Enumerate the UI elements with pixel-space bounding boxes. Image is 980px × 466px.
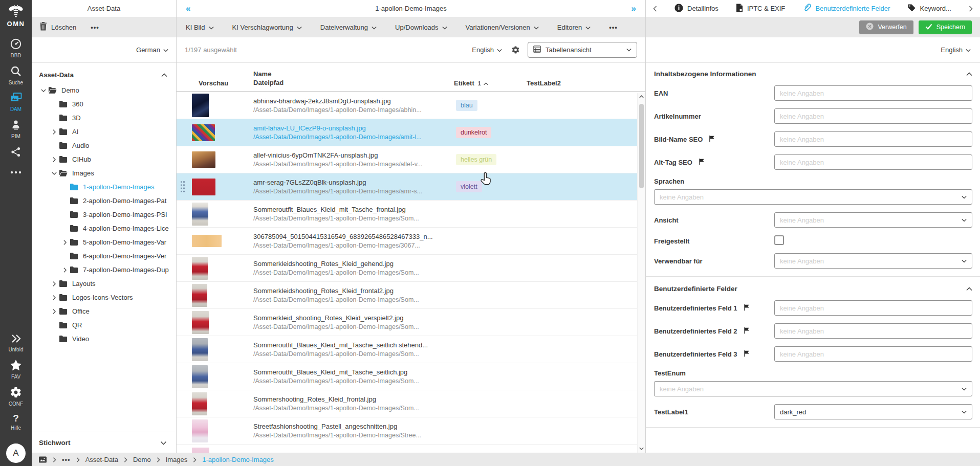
- tree-root[interactable]: Asset-Data: [32, 67, 176, 82]
- chevron-right-icon[interactable]: [50, 281, 59, 286]
- file-name[interactable]: 306785094_501504415316549_68392654865284…: [253, 233, 454, 240]
- rail-item-pim[interactable]: PIM: [10, 119, 22, 139]
- thumbnail[interactable]: [192, 124, 215, 141]
- sort-asc-icon[interactable]: [484, 79, 488, 87]
- thumbnail[interactable]: [192, 365, 208, 388]
- chevron-up-icon[interactable]: [966, 285, 972, 293]
- file-name[interactable]: amit-lahav-LU_fCezP9-o-unsplash.jpg: [253, 124, 454, 132]
- drag-handle[interactable]: [180, 181, 185, 193]
- chevron-right-icon[interactable]: [50, 129, 59, 135]
- toolbar-ki-verschlagwortung[interactable]: KI Verschlagwortung: [232, 24, 302, 31]
- right-language-select[interactable]: English: [941, 46, 971, 54]
- tree-item-office[interactable]: Office: [32, 304, 176, 318]
- scroll-up-icon[interactable]: [639, 93, 644, 101]
- center-language-select[interactable]: English: [472, 46, 502, 54]
- chevron-down-icon[interactable]: [39, 88, 48, 93]
- toolbar-editoren[interactable]: Editoren: [557, 24, 591, 31]
- section-header-benutzerdefinierte-felder[interactable]: Benutzerdefinierte Felder: [654, 285, 972, 293]
- field-freigestellt-checkbox[interactable]: [774, 235, 784, 245]
- file-name[interactable]: Sommeroutfit_Blaues_Kleid_mit_Tasche_fro…: [253, 206, 454, 213]
- field-sprachen-select[interactable]: keine Angaben: [654, 189, 972, 205]
- table-row[interactable]: 306785094_501504415316549_68392654865284…: [177, 228, 645, 255]
- view-mode-select[interactable]: Tabellenansicht: [528, 42, 637, 58]
- toolbar-ki-bild[interactable]: KI Bild: [186, 24, 214, 31]
- gallery-icon[interactable]: [38, 456, 47, 463]
- tab-benutzerdefinierte-felder[interactable]: Benutzerdefinierte Felder: [802, 4, 890, 14]
- save-button[interactable]: Speichern: [919, 20, 972, 34]
- rail-item-dbd[interactable]: DBD: [10, 38, 22, 58]
- thumbnail[interactable]: [192, 448, 209, 453]
- thumbnail[interactable]: [192, 392, 207, 415]
- table-row[interactable]: Sommerkleid_shooting_Rotes_Kleid_verspie…: [177, 309, 645, 336]
- rail-item-more[interactable]: [10, 170, 22, 175]
- tree-item-7-apollon-demo-images-dup[interactable]: 7-apollon-Demo-Images-Dup: [32, 263, 176, 277]
- thumbnail[interactable]: [192, 257, 208, 280]
- rail-item-cm[interactable]: [10, 146, 22, 159]
- file-name[interactable]: Sommeroutfit_Blaues_Kleid_mit_Tasche_sei…: [253, 368, 454, 376]
- field-ean-input[interactable]: [774, 85, 972, 101]
- chevron-right-icon[interactable]: [50, 309, 59, 314]
- col-header-name-dateipfad[interactable]: Name Dateipfad: [253, 70, 454, 87]
- tree-item-6-apollon-demo-images-ver[interactable]: 6-apollon-Demo-Images-Ver: [32, 249, 176, 263]
- chevron-down-icon[interactable]: [160, 439, 167, 447]
- field-alt-tag-seo-input[interactable]: [774, 154, 972, 170]
- file-name[interactable]: Sommershooting_Rotes_Kleid_frontal.jpg: [253, 395, 454, 403]
- tree-item-qr[interactable]: QR: [32, 318, 176, 332]
- thumbnail[interactable]: [192, 419, 208, 442]
- thumbnail[interactable]: [192, 203, 208, 226]
- file-name[interactable]: Sommeroutfit_Blaues_Kleid_mit_Tasche_sei…: [253, 341, 454, 349]
- tree-item-1-apollon-demo-images[interactable]: 1-apollon-Demo-Images: [32, 180, 176, 194]
- rail-item-suche[interactable]: Suche: [9, 65, 23, 85]
- tree-item-5-apollon-demo-images-var[interactable]: 5-apollon-Demo-Images-Var: [32, 235, 176, 249]
- rail-item-hilfe[interactable]: ? Hilfe: [11, 413, 21, 431]
- file-name[interactable]: Sommerkleidshooting_Rotes_Kleid_gehend.j…: [253, 260, 454, 268]
- tab-iptc-exif[interactable]: IPTC & EXIF: [736, 4, 785, 14]
- rail-item-dam[interactable]: DAM: [10, 92, 23, 112]
- scrollbar-thumb[interactable]: [639, 104, 644, 188]
- breadcrumb-current[interactable]: 1-apollon-Demo-Images: [202, 456, 273, 463]
- file-name[interactable]: Sommerkleid_shooting_Rotes_Kleid_verspie…: [253, 314, 454, 322]
- chevron-right-icon[interactable]: [50, 157, 59, 162]
- file-name[interactable]: abhinav-bhardwaj-2ekzJ8smDgU-unsplash.jp…: [253, 97, 454, 105]
- tree-more-button[interactable]: •••: [91, 24, 99, 31]
- label-badge[interactable]: dunkelrot: [456, 127, 491, 138]
- chevron-right-icon[interactable]: [60, 268, 70, 273]
- field-benutzerdefiniertes-feld-3-input[interactable]: [774, 346, 972, 362]
- tree-item-3-apollon-demo-images-psi[interactable]: 3-apollon-Demo-Images-PSI: [32, 208, 176, 221]
- table-row[interactable]: amit-lahav-LU_fCezP9-o-unsplash.jpg/Asse…: [177, 119, 645, 146]
- user-avatar[interactable]: A: [6, 443, 26, 463]
- field-benutzerdefiniertes-feld-1-input[interactable]: [774, 300, 972, 316]
- table-row[interactable]: Streetfashionshooting_Pastell_angeschnit…: [177, 417, 645, 445]
- thumbnail[interactable]: [192, 338, 208, 361]
- thumbnail[interactable]: [192, 311, 209, 334]
- thumbnail[interactable]: [192, 94, 209, 117]
- table-row[interactable]: allef-vinicius-6ypOmTNK2FA-unsplash.jpg/…: [177, 146, 645, 173]
- toolbar-variationen-versionen[interactable]: Variationen/Versionen: [466, 24, 539, 31]
- field-testlabel1-select[interactable]: dark_red: [774, 404, 972, 419]
- tabs-scroll-right-icon[interactable]: [969, 6, 973, 12]
- delete-button[interactable]: Löschen: [39, 22, 76, 32]
- chevron-right-icon[interactable]: [60, 240, 70, 245]
- label-badge[interactable]: blau: [456, 100, 477, 111]
- col-header-testlabel2[interactable]: TestLabel2: [527, 79, 645, 87]
- tree-item-video[interactable]: Video: [32, 332, 176, 346]
- table-row[interactable]: Sommeroutfit_Blaues_Kleid_mit_Tasche_sei…: [177, 336, 645, 363]
- tree-item-images[interactable]: Images: [32, 166, 176, 180]
- tabs-scroll-left-icon[interactable]: [653, 6, 657, 12]
- col-header-vorschau[interactable]: Vorschau: [177, 79, 253, 87]
- thumbnail[interactable]: [192, 179, 215, 195]
- file-name[interactable]: Sommerkleidshooting_Rotes_Kleid_frontal2…: [253, 287, 454, 295]
- tree-item-layouts[interactable]: Layouts: [32, 277, 176, 291]
- table-scrollbar[interactable]: [637, 93, 645, 453]
- omn-logo[interactable]: OMN: [7, 4, 25, 28]
- file-name[interactable]: Streetfashionshooting_Pastell_angeschnit…: [253, 423, 454, 430]
- rail-item-unfold[interactable]: Unfold: [9, 333, 24, 352]
- col-header-etikett[interactable]: Etikett 1: [454, 79, 527, 87]
- tree-item-audio[interactable]: Audio: [32, 139, 176, 152]
- tree-item-360[interactable]: 360: [32, 97, 176, 111]
- toolbar-up-downloads[interactable]: Up/Downloads: [395, 24, 447, 31]
- collapse-left-button[interactable]: «: [186, 4, 190, 14]
- label-badge[interactable]: helles grün: [456, 154, 496, 165]
- collapse-right-button[interactable]: »: [631, 4, 636, 14]
- field-verwendbar-fur-select[interactable]: keine Angaben: [774, 253, 972, 269]
